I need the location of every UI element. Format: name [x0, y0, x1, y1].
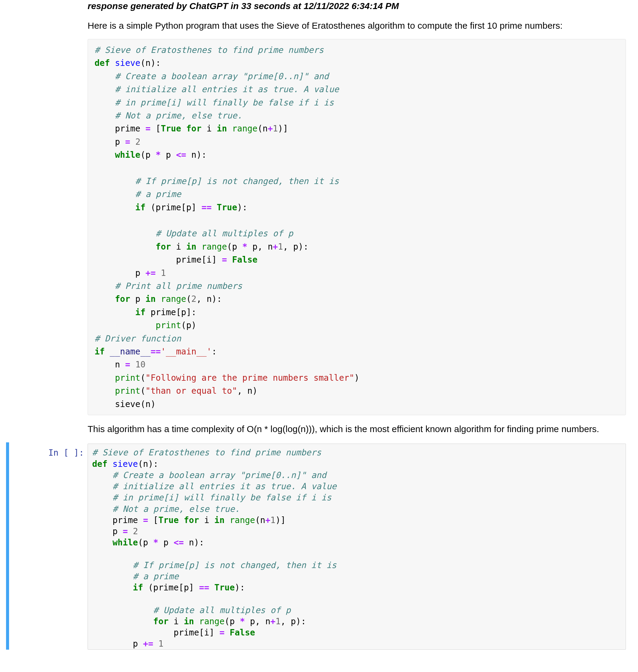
code-editor[interactable]: # Sieve of Eratosthenes to find prime nu… [88, 443, 626, 650]
markdown-cell: response generated by ChatGPT in 33 seco… [6, 0, 638, 442]
prompt-gutter [9, 0, 88, 442]
code-cell-selected[interactable]: In [ ]: # Sieve of Eratosthenes to find … [6, 442, 638, 650]
input-prompt: In [ ]: [9, 443, 88, 458]
response-meta: response generated by ChatGPT in 33 seco… [88, 0, 626, 12]
rendered-code-block: # Sieve of Eratosthenes to find prime nu… [88, 39, 626, 415]
markdown-body: response generated by ChatGPT in 33 seco… [88, 0, 638, 442]
notebook-page: response generated by ChatGPT in 33 seco… [0, 0, 638, 650]
intro-text: Here is a simple Python program that use… [88, 20, 626, 32]
trailing-text: This algorithm has a time complexity of … [88, 423, 626, 435]
